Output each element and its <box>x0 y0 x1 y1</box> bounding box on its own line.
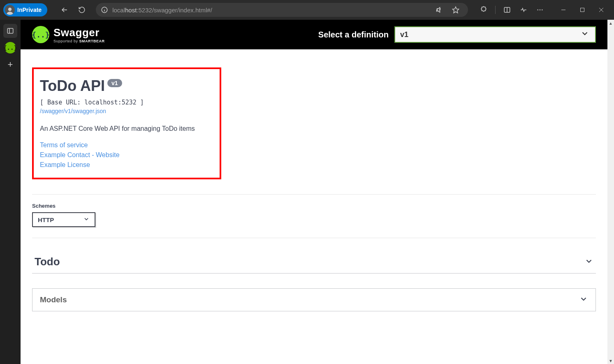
refresh-button[interactable] <box>74 2 89 17</box>
page-scroll[interactable]: {..} Swagger Supported by SMARTBEAR Sele… <box>21 20 607 364</box>
schemes-selected: HTTP <box>38 216 54 223</box>
chevron-down-icon <box>579 294 588 305</box>
tag-name: Todo <box>35 255 60 268</box>
api-base-url: [ Base URL: localhost:5232 ] <box>40 99 213 106</box>
api-info-links: Terms of service Example Contact - Websi… <box>40 141 213 169</box>
definition-label: Select a definition <box>318 30 389 39</box>
svg-point-10 <box>542 9 542 10</box>
scroll-down-icon[interactable]: ▼ <box>607 357 614 364</box>
tab-swagger[interactable]: {..} <box>5 42 16 53</box>
svg-marker-5 <box>453 7 459 13</box>
api-version-badge: v1 <box>107 79 122 87</box>
scroll-up-icon[interactable]: ▲ <box>607 20 614 26</box>
profile-badge[interactable]: InPrivate <box>3 3 47 16</box>
nav-buttons <box>57 2 89 17</box>
read-aloud-icon[interactable]: A⁾ <box>432 2 447 17</box>
window-controls <box>554 2 611 18</box>
definition-selector-area: Select a definition v1 <box>318 26 596 43</box>
minimize-button[interactable] <box>554 2 573 18</box>
close-button[interactable] <box>592 2 611 18</box>
swagger-topbar: {..} Swagger Supported by SMARTBEAR Sele… <box>21 20 607 49</box>
definition-selected: v1 <box>400 30 408 39</box>
swagger-content: ToDo API v1 [ Base URL: localhost:5232 ]… <box>21 49 607 336</box>
chevron-down-icon <box>83 216 90 224</box>
svg-point-9 <box>540 9 540 10</box>
license-link[interactable]: Example License <box>40 161 213 169</box>
profile-label: InPrivate <box>17 7 42 13</box>
more-menu-icon[interactable] <box>533 2 547 17</box>
favorites-hub-icon[interactable] <box>516 2 531 17</box>
swagger-supported-by: Supported by SMARTBEAR <box>53 39 105 43</box>
contact-link[interactable]: Example Contact - Website <box>40 151 213 159</box>
terms-of-service-link[interactable]: Terms of service <box>40 141 213 149</box>
swagger-logo: {..} Swagger Supported by SMARTBEAR <box>32 26 105 43</box>
address-bar[interactable]: localhost:5232/swagger/index.html#/ A⁾ <box>96 3 468 17</box>
api-info-box: ToDo API v1 [ Base URL: localhost:5232 ]… <box>32 67 221 179</box>
favorite-icon[interactable] <box>448 2 463 17</box>
toolbar-right <box>476 2 547 17</box>
schemes-label: Schemes <box>32 203 596 209</box>
swagger-brand: Swagger <box>53 26 105 39</box>
main-row: {..} + {..} Swagger Supported by SMARTBE… <box>0 20 614 364</box>
svg-text:A⁾: A⁾ <box>436 8 440 13</box>
svg-rect-15 <box>7 28 13 33</box>
tag-section-todo: Todo <box>32 238 596 274</box>
schemes-select[interactable]: HTTP <box>32 212 95 227</box>
extensions-icon[interactable] <box>476 2 491 17</box>
svg-point-8 <box>538 9 538 10</box>
scrollbar[interactable]: ▲ ▼ <box>607 20 614 364</box>
split-screen-icon[interactable] <box>500 2 514 17</box>
separator <box>495 6 496 14</box>
maximize-button[interactable] <box>573 2 592 18</box>
swagger-logo-icon: {..} <box>32 26 49 43</box>
chevron-down-icon <box>580 29 589 40</box>
models-header[interactable]: Models <box>32 288 596 311</box>
browser-window: InPrivate localhost:5232/swagger/index.h… <box>0 0 614 364</box>
back-button[interactable] <box>57 2 72 17</box>
definition-select[interactable]: v1 <box>394 26 596 43</box>
url-text: localhost:5232/swagger/index.html#/ <box>112 7 212 14</box>
tab-actions-button[interactable] <box>3 24 17 38</box>
api-title: ToDo API v1 <box>40 77 213 95</box>
avatar-icon <box>5 5 15 15</box>
browser-titlebar: InPrivate localhost:5232/swagger/index.h… <box>0 0 614 20</box>
new-tab-button[interactable]: + <box>3 58 17 72</box>
svg-rect-12 <box>581 8 584 12</box>
vertical-tabs: {..} + <box>0 20 21 364</box>
models-section: Models <box>32 288 596 311</box>
chevron-down-icon <box>584 257 593 267</box>
api-description: An ASP.NET Core Web API for managing ToD… <box>40 125 213 132</box>
models-title: Models <box>40 295 67 304</box>
schemes-section: Schemes HTTP <box>32 194 596 238</box>
page-content: {..} Swagger Supported by SMARTBEAR Sele… <box>21 20 614 364</box>
site-info-icon[interactable] <box>101 6 108 14</box>
api-spec-link[interactable]: /swagger/v1/swagger.json <box>40 108 213 114</box>
svg-point-0 <box>8 8 12 11</box>
tag-header-todo[interactable]: Todo <box>32 250 596 274</box>
